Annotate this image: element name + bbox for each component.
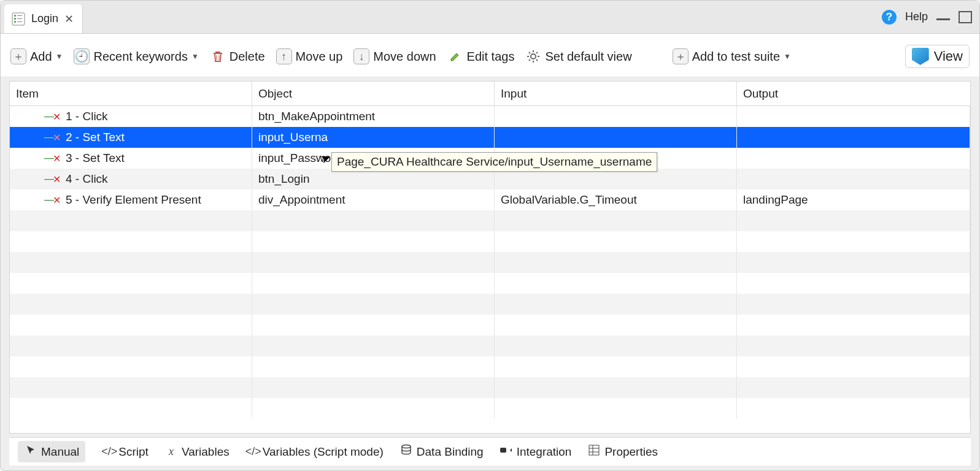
col-header-item[interactable]: Item [10, 82, 252, 105]
grid-icon [587, 445, 601, 459]
svg-point-9 [531, 54, 536, 59]
cell-input[interactable]: GlobalVariable.G_Timeout [495, 190, 737, 210]
recent-keywords-button[interactable]: 🕘 Recent keywords ▼ [74, 48, 198, 64]
add-to-suite-button[interactable]: ＋ Add to test suite ▼ [673, 48, 791, 64]
cell-object[interactable]: btn_MakeAppointment [252, 106, 495, 127]
view-logo-icon [912, 48, 929, 65]
step-icon: —✕ [44, 153, 61, 164]
minimize-icon[interactable] [936, 18, 950, 20]
table-row[interactable]: —✕5 - Verify Element Presentdiv_Appointm… [10, 190, 970, 210]
item-text: 2 - Set Text [66, 131, 125, 144]
tab-variables-script[interactable]: </> Variables (Script mode) [245, 445, 384, 459]
maximize-icon[interactable] [959, 11, 972, 23]
tab-manual[interactable]: Manual [18, 441, 85, 462]
steps-table: Item Object Input Output —✕1 - Clickbtn_… [9, 81, 971, 434]
move-down-button[interactable]: ↓ Move down [353, 48, 436, 64]
table-row [10, 335, 970, 356]
tab-variables[interactable]: x Variables [164, 445, 230, 459]
cell-input[interactable] [495, 106, 737, 127]
cell-item[interactable]: —✕5 - Verify Element Present [10, 190, 252, 210]
cell-object[interactable]: btn_Login [252, 169, 495, 190]
help-label[interactable]: Help [905, 10, 928, 23]
cell-output[interactable] [737, 169, 970, 190]
table-row [10, 315, 970, 335]
cell-output[interactable] [737, 106, 970, 127]
bottom-tabs: Manual </> Script x Variables </> Variab… [9, 437, 971, 465]
cell-item[interactable]: —✕4 - Click [10, 169, 252, 190]
help-icon[interactable]: ? [882, 10, 897, 25]
table-row [10, 273, 970, 294]
plus-icon: ＋ [10, 48, 26, 64]
chevron-down-icon: ▼ [784, 52, 791, 61]
move-up-button[interactable]: ↑ Move up [276, 48, 343, 64]
tabbar-right: ? Help [882, 1, 979, 33]
tab-properties[interactable]: Properties [587, 445, 658, 459]
tab-integration[interactable]: Integration [500, 445, 572, 459]
close-icon[interactable]: ✕ [64, 12, 74, 26]
cell-item[interactable]: —✕2 - Set Text [10, 127, 252, 148]
svg-point-10 [402, 445, 411, 448]
plus-icon: ＋ [673, 48, 689, 64]
table-row [10, 252, 970, 273]
variable-icon: x [164, 445, 178, 458]
svg-rect-11 [500, 448, 506, 453]
toolbar: ＋ Add ▼ 🕘 Recent keywords ▼ Delete ↑ Mov… [1, 34, 979, 77]
tooltip: Page_CURA Healthcare Service/input_Usern… [331, 152, 657, 172]
table-row[interactable]: —✕4 - Clickbtn_Login [10, 169, 970, 190]
tab-bar: Login ✕ ? Help [1, 1, 979, 34]
tab-script[interactable]: </> Script [101, 445, 149, 459]
col-header-output[interactable]: Output [737, 82, 970, 105]
item-text: 5 - Verify Element Present [66, 193, 201, 207]
cell-output[interactable]: landingPage [737, 190, 970, 210]
code-icon: </> [245, 445, 259, 458]
svg-rect-1 [14, 15, 16, 17]
cursor-icon [24, 445, 37, 459]
col-header-input[interactable]: Input [495, 82, 737, 105]
cell-item[interactable]: —✕3 - Set Text [10, 148, 252, 169]
edit-tags-button[interactable]: Edit tags [447, 48, 515, 64]
database-icon [399, 444, 413, 459]
code-icon: </> [101, 445, 115, 458]
editor-window: Login ✕ ? Help ＋ Add ▼ 🕘 Recent keywords… [0, 0, 980, 471]
chevron-down-icon: ▼ [191, 52, 199, 61]
cell-item[interactable]: —✕1 - Click [10, 106, 252, 127]
tab-title: Login [31, 12, 58, 25]
trash-icon [210, 48, 226, 64]
arrow-up-icon: ↑ [276, 48, 292, 64]
cell-object[interactable]: div_Appointment [252, 190, 495, 210]
chevron-down-icon: ▼ [56, 52, 63, 61]
step-icon: —✕ [44, 132, 61, 144]
cell-input[interactable] [495, 127, 737, 148]
table-row[interactable]: —✕1 - Clickbtn_MakeAppointment [10, 106, 970, 127]
col-header-object[interactable]: Object [252, 82, 495, 105]
svg-rect-3 [14, 21, 16, 23]
add-button[interactable]: ＋ Add ▼ [10, 48, 63, 64]
item-text: 3 - Set Text [66, 151, 125, 165]
table-row [10, 356, 970, 377]
step-icon: —✕ [44, 174, 61, 185]
cell-input[interactable] [495, 169, 737, 190]
table-row [10, 210, 970, 231]
svg-rect-12 [589, 445, 599, 455]
cell-object[interactable]: input_Userna [252, 127, 495, 148]
gear-icon [525, 48, 541, 64]
item-text: 1 - Click [66, 110, 108, 123]
item-text: 4 - Click [66, 172, 108, 186]
delete-button[interactable]: Delete [210, 48, 265, 64]
table-row [10, 398, 970, 419]
pencil-icon [447, 48, 463, 64]
tab-login[interactable]: Login ✕ [4, 4, 83, 33]
table-row [10, 231, 970, 252]
set-default-view-button[interactable]: Set default view [525, 48, 631, 64]
cell-output[interactable] [737, 127, 970, 148]
table-row [10, 377, 970, 398]
clock-icon: 🕘 [74, 48, 90, 64]
tab-data-binding[interactable]: Data Binding [399, 444, 484, 459]
cell-output[interactable] [737, 148, 970, 169]
integration-icon [500, 445, 513, 458]
step-icon: —✕ [44, 111, 61, 123]
step-icon: —✕ [44, 194, 61, 206]
testcase-icon [12, 12, 25, 26]
table-row[interactable]: —✕2 - Set Textinput_Userna [10, 127, 970, 148]
view-button[interactable]: View [905, 45, 970, 68]
